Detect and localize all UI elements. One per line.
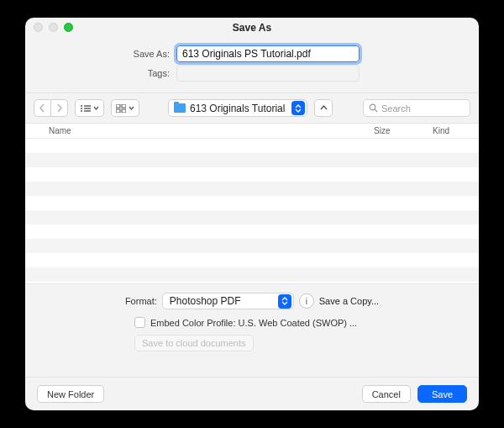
save-as-dialog: Save As Save As: Tags: <box>25 18 479 410</box>
updown-icon <box>278 294 291 309</box>
svg-point-0 <box>81 105 82 107</box>
chevron-down-icon <box>93 106 99 110</box>
save-as-label: Save As: <box>25 49 176 59</box>
window-controls <box>34 23 73 32</box>
folder-select[interactable]: 613 Originals Tutorial <box>168 99 307 117</box>
search-placeholder: Search <box>381 103 411 114</box>
list-row <box>25 210 479 225</box>
list-body[interactable] <box>25 139 479 282</box>
list-row <box>25 196 479 210</box>
folder-icon <box>174 103 186 113</box>
search-input[interactable]: Search <box>363 99 470 117</box>
column-kind[interactable]: Kind <box>433 126 479 135</box>
save-to-cloud-button: Save to cloud documents <box>134 335 254 351</box>
list-row <box>25 225 479 239</box>
format-value: Photoshop PDF <box>170 295 241 307</box>
grid-icon <box>116 104 126 113</box>
info-button[interactable]: i <box>299 293 314 309</box>
svg-point-2 <box>81 108 82 109</box>
list-row <box>25 182 479 196</box>
list-row <box>25 239 479 253</box>
folder-name: 613 Originals Tutorial <box>190 103 285 114</box>
embed-profile-label: Embed Color Profile: U.S. Web Coated (SW… <box>150 318 357 328</box>
titlebar: Save As <box>25 18 479 38</box>
format-select[interactable]: Photoshop PDF <box>162 293 294 309</box>
new-folder-button[interactable]: New Folder <box>37 385 104 403</box>
save-button[interactable]: Save <box>417 385 467 403</box>
list-row <box>25 139 479 153</box>
list-icon <box>80 104 91 113</box>
column-size[interactable]: Size <box>374 126 433 135</box>
tags-label: Tags: <box>25 68 176 78</box>
list-header: Name Size Kind <box>25 124 479 139</box>
forward-button[interactable] <box>51 99 68 117</box>
chevron-down-icon <box>129 106 134 110</box>
updown-icon <box>291 101 305 115</box>
svg-rect-8 <box>116 109 120 113</box>
svg-point-10 <box>370 104 375 110</box>
filename-form: Save As: Tags: <box>25 38 479 92</box>
filename-input[interactable] <box>176 45 360 62</box>
browser-toolbar: 613 Originals Tutorial Search <box>25 93 479 123</box>
svg-rect-9 <box>122 109 126 113</box>
column-name[interactable]: Name <box>25 126 374 135</box>
list-row <box>25 267 479 282</box>
list-row <box>25 167 479 182</box>
close-icon[interactable] <box>34 23 43 32</box>
nav-buttons <box>34 99 68 117</box>
view-list-button[interactable] <box>75 99 104 117</box>
collapse-button[interactable] <box>314 99 333 117</box>
chevron-left-icon <box>39 104 45 112</box>
svg-rect-3 <box>84 108 91 108</box>
file-list: Name Size Kind <box>25 123 479 284</box>
back-button[interactable] <box>34 99 51 117</box>
window-title: Save As <box>25 22 479 34</box>
cancel-button[interactable]: Cancel <box>362 385 411 403</box>
save-a-copy-button[interactable]: Save a Copy... <box>319 296 379 306</box>
svg-rect-6 <box>116 104 120 108</box>
maximize-icon[interactable] <box>64 23 73 32</box>
svg-rect-1 <box>84 105 91 106</box>
tags-input[interactable] <box>176 65 360 82</box>
minimize-icon[interactable] <box>49 23 58 32</box>
embed-profile-checkbox[interactable] <box>134 317 145 328</box>
chevron-right-icon <box>56 104 62 112</box>
list-row <box>25 253 479 267</box>
svg-rect-7 <box>122 104 126 108</box>
format-label: Format: <box>125 296 157 306</box>
view-grid-button[interactable] <box>111 99 139 117</box>
format-area: Format: Photoshop PDF i Save a Copy... E… <box>25 284 479 355</box>
svg-line-11 <box>375 109 377 112</box>
chevron-up-icon <box>320 105 328 111</box>
dialog-footer: New Folder Cancel Save <box>25 377 479 410</box>
svg-point-4 <box>81 110 82 112</box>
svg-rect-5 <box>84 110 91 111</box>
info-icon: i <box>306 297 307 306</box>
list-row <box>25 153 479 167</box>
search-icon <box>369 103 378 113</box>
